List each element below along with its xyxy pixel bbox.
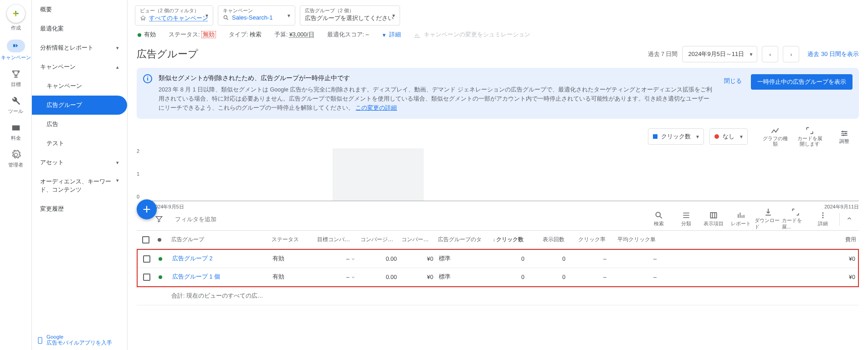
caret-icon: ▼: [739, 134, 744, 139]
col-cpc[interactable]: 平均クリック単: [608, 233, 658, 246]
expand-icon: [805, 126, 814, 135]
nav-audiences[interactable]: オーディエンス、キーワード、コンテンツ▾: [32, 172, 127, 199]
tool-columns[interactable]: 表示項目: [700, 211, 727, 227]
adgroup-selector[interactable]: 広告グループ（2 個） 広告グループを選択してください ▼: [300, 5, 400, 25]
last-30-link[interactable]: 過去 30 日間を表示: [807, 50, 859, 58]
chart-type-button[interactable]: グラフの種類: [760, 126, 790, 147]
adjust-button[interactable]: 調整: [830, 129, 859, 144]
sliders-icon: [840, 129, 849, 138]
banner-learn-more[interactable]: この変更の詳細: [355, 105, 397, 111]
banner-close-button[interactable]: 閉じる: [722, 74, 744, 88]
segment-icon: [682, 211, 691, 220]
status-dot-icon: [138, 33, 141, 37]
nav-campaigns-sub[interactable]: キャンペーン: [32, 76, 127, 96]
more-icon: [818, 211, 827, 220]
rail-create[interactable]: + 作成: [7, 5, 25, 31]
caret-icon[interactable]: [350, 256, 356, 262]
col-clicks[interactable]: ↓クリック数: [485, 233, 526, 246]
expand-icon: [791, 208, 800, 217]
col-ctr[interactable]: クリック率: [567, 233, 608, 246]
date-next-button[interactable]: ›: [783, 46, 799, 62]
rail-admin[interactable]: 管理者: [8, 150, 23, 168]
metric1-dropdown[interactable]: クリック数▼: [648, 128, 704, 145]
search-icon: [223, 15, 229, 21]
nav-tests[interactable]: テスト: [32, 134, 127, 153]
status-bar: 有効 ステータス: 無効 タイプ: 検索 予算: ¥3,000/日 最適化スコア…: [128, 29, 868, 44]
svg-point-4: [843, 134, 844, 136]
date-picker[interactable]: 2024年9月5日～11日▼: [682, 46, 757, 62]
banner-cta-button[interactable]: 一時停止中の広告グループを表示: [751, 74, 853, 90]
chart-highlight: [333, 148, 424, 201]
mobile-app-promo[interactable]: Google広告モバイルアプリを入手: [36, 334, 112, 346]
tool-search[interactable]: 検索: [645, 211, 673, 227]
svg-rect-6: [710, 213, 716, 218]
col-cost[interactable]: 費用: [658, 233, 859, 246]
expand-card-button[interactable]: カードを展開します: [795, 126, 824, 147]
caret-icon: ▼: [391, 13, 396, 18]
row-checkbox[interactable]: [143, 255, 150, 263]
col-goal[interactable]: 目標コンバージョン: [314, 233, 358, 246]
collapse-panel-button[interactable]: [839, 213, 859, 226]
filter-icon: [155, 215, 163, 223]
tool-segment[interactable]: 分類: [673, 211, 700, 227]
tool-download[interactable]: ダウンロード: [755, 208, 782, 230]
adgroup-link[interactable]: 広告グループ 2: [169, 252, 270, 265]
table-header: 広告グループ ステータス 目標コンバージョン コンバージョン コンバージョン 広…: [137, 231, 859, 249]
filter-input[interactable]: [174, 215, 329, 223]
select-all-checkbox[interactable]: [142, 236, 149, 243]
col-status[interactable]: ステータス: [269, 233, 314, 246]
campaign-selector[interactable]: キャンペーン Sales-Search-1 ▼: [218, 5, 295, 25]
svg-point-2: [842, 131, 843, 132]
col-conv2[interactable]: コンバージョン: [399, 233, 435, 246]
nav-history[interactable]: 変更履歴: [32, 199, 127, 218]
status-col-icon: [158, 238, 161, 242]
view-selector[interactable]: ビュー（2 個のフィルタ） すべてのキャンペーン ▼: [135, 5, 213, 25]
caret-icon[interactable]: [350, 274, 356, 280]
status-value[interactable]: 無効: [201, 31, 216, 38]
details-toggle[interactable]: ▼詳細: [382, 31, 401, 39]
rail-tools[interactable]: ツール: [8, 96, 23, 115]
date-preset: 過去 7 日間: [648, 51, 678, 58]
nav-assets[interactable]: アセット▾: [32, 153, 127, 172]
download-icon: [764, 208, 773, 217]
col-adgroup[interactable]: 広告グループ: [169, 233, 269, 246]
status-dot-icon: [159, 275, 162, 279]
budget-cell[interactable]: 予算: ¥3,000/日: [274, 31, 314, 39]
rail-goals[interactable]: 目標: [11, 69, 21, 88]
chevron-down-icon: ▾: [116, 45, 119, 51]
trophy-icon: [11, 69, 21, 79]
banner-body: 2023 年 8 月 1 日以降、類似セグメントは Google 広告から完全に…: [159, 85, 713, 112]
nav-insights[interactable]: 分析情報とレポート▾: [32, 38, 127, 57]
pathbar: ビュー（2 個のフィルタ） すべてのキャンペーン ▼ キャンペーン Sales-…: [128, 0, 868, 29]
tool-expand[interactable]: カードを展...: [782, 208, 809, 230]
columns-icon: [709, 211, 718, 220]
rail-campaign[interactable]: キャンペーン: [1, 40, 31, 61]
table-row: 広告グループ 2 有効 – 0.00 ¥0 標準 0 0 – – ¥0: [138, 250, 858, 268]
nav-adgroups[interactable]: 広告グループ: [32, 96, 127, 115]
chevron-up-icon: [846, 215, 853, 222]
chart-baseline: [150, 201, 859, 201]
adgroup-link[interactable]: 広告グループ 1 個: [169, 270, 270, 284]
tool-more[interactable]: 詳細: [809, 211, 837, 227]
search-icon: [654, 211, 663, 220]
add-adgroup-fab[interactable]: +: [137, 199, 157, 219]
rail-billing[interactable]: 料金: [11, 123, 21, 142]
date-prev-button[interactable]: ‹: [762, 46, 778, 62]
col-impr[interactable]: 表示回数: [526, 233, 567, 246]
svg-point-3: [845, 132, 847, 134]
primary-rail: + 作成 キャンペーン 目標 ツール 料金 管理者: [0, 0, 32, 350]
tool-report[interactable]: レポート: [727, 211, 755, 227]
info-icon: i: [143, 74, 152, 83]
nav-campaigns[interactable]: キャンペーン▴: [32, 57, 127, 76]
col-type[interactable]: 広告グループのタ: [435, 233, 485, 246]
house-icon: [140, 15, 146, 21]
svg-point-9: [822, 217, 824, 218]
nav-ads[interactable]: 広告: [32, 115, 127, 134]
row-checkbox[interactable]: [143, 274, 150, 281]
col-conv[interactable]: コンバージョン: [358, 233, 399, 246]
svg-point-8: [822, 215, 824, 216]
metric2-dropdown[interactable]: なし▼: [709, 128, 748, 145]
nav-recommendations[interactable]: 最適化案: [32, 19, 127, 38]
nav-overview[interactable]: 概要: [32, 0, 127, 19]
simulate-link: キャンペーンの変更をシュミレーション: [414, 31, 530, 39]
